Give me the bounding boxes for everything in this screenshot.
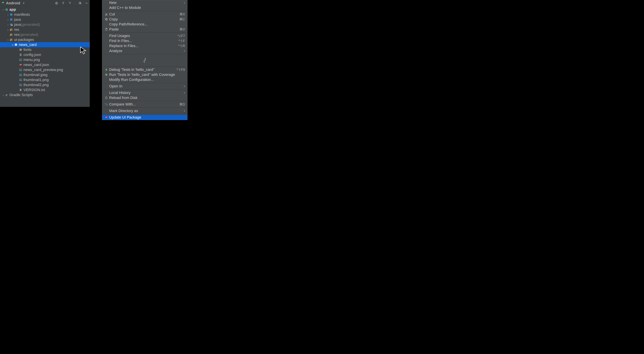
tree-item-fonts[interactable]: fonts: [0, 47, 90, 52]
menu-item-label: Copy: [109, 17, 179, 21]
menu-item-copy[interactable]: Copy⌘C: [102, 17, 187, 22]
tree-item-label: manifests: [14, 12, 30, 17]
menu-item-paste[interactable]: Paste⌘V: [102, 27, 187, 32]
tree-chevron-icon[interactable]: ›: [6, 23, 10, 27]
reload-icon: [104, 96, 108, 99]
tree-item-label: thumbnail.jpeg: [24, 73, 48, 77]
menu-item-cut[interactable]: Cut⌘X: [102, 12, 187, 17]
menu-item-local-history[interactable]: Local History›: [102, 90, 187, 95]
menu-item-copy-path-reference-[interactable]: Copy Path/Reference...: [102, 22, 187, 27]
tree-item-label: res: [14, 27, 19, 32]
menu-item-new[interactable]: New›: [102, 0, 187, 5]
android-icon: [1, 1, 5, 5]
menu-item-analyze[interactable]: Analyze›: [102, 48, 187, 53]
menu-item-debug-tests-in-hello-card-[interactable]: Debug 'Tests in 'hello_card''^⇧F9: [102, 67, 187, 72]
tree-item-news-card-preview-png[interactable]: news_card_preview.png: [0, 67, 90, 72]
tree-item-thumbnail1-png[interactable]: thumbnail1.png: [0, 77, 90, 82]
file-image-icon: [19, 73, 22, 77]
view-selector[interactable]: Android ▼: [1, 1, 25, 5]
file-image-icon: [19, 83, 22, 87]
menu-item-label: Update UI Package: [109, 115, 185, 120]
select-opened-file-icon[interactable]: [55, 1, 58, 5]
menu-shortcut: ^⇧R: [178, 44, 185, 48]
tree-item-gradle-scripts[interactable]: ›Gradle Scripts: [0, 92, 90, 97]
menu-item-label: Add C++ to Module: [109, 5, 185, 10]
tree-item-menu-png[interactable]: menu.png: [0, 57, 90, 62]
tree-chevron-icon[interactable]: ›: [6, 13, 10, 16]
cut-icon: [104, 13, 108, 16]
menu-item-replace-in-files-[interactable]: Replace in Files...^⇧R: [102, 43, 187, 48]
tree-chevron-icon[interactable]: ›: [6, 18, 10, 22]
relay-icon: [104, 116, 108, 119]
menu-item-add-c-to-module[interactable]: Add C++ to Module: [102, 5, 187, 10]
tree-item-news-card-json[interactable]: news_card.json: [0, 62, 90, 67]
menu-separator: [102, 32, 187, 33]
folder-gray-icon: [14, 43, 18, 46]
menu-item-open-in[interactable]: Open In›: [102, 84, 187, 89]
menu-shortcut: ⌘D: [179, 102, 185, 106]
gear-icon[interactable]: [78, 1, 82, 5]
tree-chevron-icon[interactable]: ⌄: [11, 42, 14, 46]
menu-item-update-ui-package[interactable]: Update UI Package: [102, 115, 187, 120]
tree-chevron-icon[interactable]: ⌄: [2, 7, 5, 11]
svg-rect-36: [105, 18, 107, 20]
hide-icon[interactable]: [85, 1, 88, 5]
menu-separator: [102, 101, 187, 101]
menu-item-label: Reload from Disk: [109, 96, 185, 100]
copy-icon: [104, 18, 108, 21]
tree-item-label: news_card.json: [24, 63, 49, 67]
menu-item-run-tests-in-hello-card-with-coverage[interactable]: Run 'Tests in 'hello_card'' with Coverag…: [102, 72, 187, 77]
menu-item-find-usages[interactable]: Find Usages⌥F7: [102, 33, 187, 38]
expand-all-icon[interactable]: [62, 1, 65, 5]
tree-item-version-txt[interactable]: VERSION.txt: [0, 87, 90, 92]
menu-item-label: Run 'Tests in 'hello_card'' with Coverag…: [109, 72, 185, 77]
tree-item-label: VERSION.txt: [24, 88, 45, 92]
svg-point-34: [107, 14, 108, 15]
svg-point-40: [106, 68, 107, 69]
menu-shortcut: ^⇧F9: [176, 68, 185, 72]
tree-item-config-json[interactable]: {}config.json: [0, 52, 90, 57]
menu-item-reload-from-disk[interactable]: Reload from Disk: [102, 95, 187, 100]
chevron-right-icon: ›: [184, 109, 185, 113]
tree-chevron-icon[interactable]: ⌄: [6, 37, 10, 41]
panel-header-actions: [55, 1, 88, 5]
svg-rect-35: [106, 19, 107, 20]
tree-item-label: res: [14, 32, 19, 37]
folder-res-icon: [10, 38, 13, 41]
tree-chevron-icon[interactable]: ›: [6, 28, 10, 32]
menu-item-compare-with-[interactable]: Compare With...⌘D: [102, 102, 187, 107]
tree-item-thumbnail2-png[interactable]: thumbnail2.png: [0, 82, 90, 87]
tree-item-app[interactable]: ⌄app: [0, 7, 90, 12]
tree-item-label: thumbnail1.png: [24, 78, 49, 82]
paste-icon: [104, 28, 108, 31]
tree-item-news-card[interactable]: ⌄news_card: [0, 42, 90, 47]
tree-item-manifests[interactable]: ›manifests: [0, 12, 90, 17]
tree-item-java[interactable]: ›java (generated): [0, 22, 90, 27]
folder-gray-icon: [19, 48, 22, 52]
tree-item-label: news_card_preview.png: [24, 68, 63, 72]
gradle-icon: [5, 93, 8, 97]
menu-item-label: Modify Run Configuration...: [109, 78, 185, 82]
menu-item-label: Cut: [109, 12, 180, 16]
chevron-down-icon: ▼: [22, 2, 25, 4]
divider: [75, 1, 75, 5]
tree-item-res[interactable]: res (generated): [0, 32, 90, 37]
menu-shortcut: ⌘C: [179, 17, 185, 21]
tree-item-thumbnail-jpeg[interactable]: thumbnail.jpeg: [0, 72, 90, 77]
tree-item-java[interactable]: ›java: [0, 17, 90, 22]
tree-item-ui-packages[interactable]: ⌄ui-packages: [0, 37, 90, 42]
coverage-icon: [104, 73, 108, 76]
menu-item-mark-directory-as[interactable]: Mark Directory as›: [102, 108, 187, 113]
tree-item-res[interactable]: ›res: [0, 27, 90, 32]
collapse-all-icon[interactable]: [68, 1, 72, 5]
svg-rect-11: [12, 25, 13, 26]
compare-icon: [104, 103, 108, 106]
panel-title: Android: [6, 1, 20, 5]
menu-item-label: New: [109, 0, 183, 5]
tree-chevron-icon[interactable]: ›: [2, 93, 5, 97]
project-tree[interactable]: ⌄app›manifests›java›java (generated)›res…: [0, 6, 90, 97]
menu-item-find-in-files-[interactable]: Find in Files...^⇧F: [102, 38, 187, 43]
menu-item-modify-run-configuration-[interactable]: Modify Run Configuration...: [102, 77, 187, 82]
bug-icon: [104, 68, 108, 71]
tree-item-label: java: [14, 22, 21, 27]
